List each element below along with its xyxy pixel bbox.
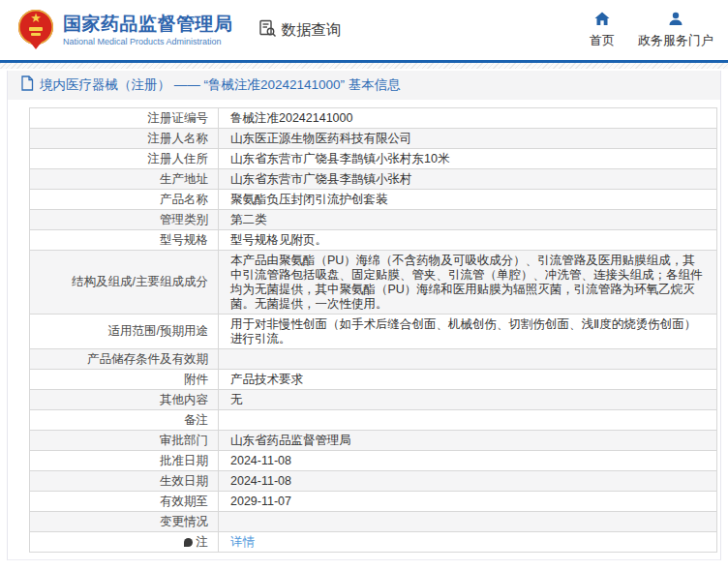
table-row: 审批部门 山东省药品监督管理局 <box>30 431 716 451</box>
row-value: 聚氨酯负压封闭引流护创套装 <box>219 190 716 209</box>
row-value: 用于对非慢性创面（如手术后缝合创面、机械创伤、切割伤创面、浅Ⅱ度的烧烫伤创面）进… <box>219 315 716 348</box>
table-row: 结构及组成/主要组成成分 本产品由聚氨酯（PU）海绵（不含药物及可吸收成分）、引… <box>30 251 716 315</box>
table-row: 备注 <box>30 410 716 431</box>
row-value: 无 <box>219 390 716 409</box>
detail-link[interactable]: 详情 <box>230 535 255 550</box>
user-icon <box>668 12 683 30</box>
table-row: 管理类别 第二类 <box>30 210 716 230</box>
row-label: 其他内容 <box>30 390 219 409</box>
home-icon <box>594 12 610 30</box>
org-title: 国家药品监督管理局 <box>63 13 233 36</box>
row-label: 注 <box>30 532 219 552</box>
row-label: 批准日期 <box>30 451 219 470</box>
breadcrumb-title: 境内医疗器械（注册） —— “鲁械注准20242141000” 基本信息 <box>40 76 401 94</box>
row-value: 山东省东营市广饶县李鹊镇小张村东10米 <box>219 149 716 168</box>
table-row: 生产地址 山东省东营市广饶县李鹊镇小张村 <box>30 169 716 190</box>
row-value: 详情 <box>219 532 716 552</box>
row-label: 注册证编号 <box>30 108 219 128</box>
table-row: 附件 产品技术要求 <box>30 370 716 390</box>
table-row: 有效期至 2029-11-07 <box>30 492 716 512</box>
row-value: 山东医正源生物医药科技有限公司 <box>219 129 716 148</box>
table-row-note: 注 详情 <box>30 532 716 552</box>
nav-portal-label: 政务服务门户 <box>638 32 713 49</box>
row-label: 产品名称 <box>30 190 219 209</box>
row-value: 产品技术要求 <box>219 370 716 389</box>
data-query-label: 数据查询 <box>282 20 342 41</box>
row-value <box>219 349 716 369</box>
table-row: 型号规格 型号规格见附页。 <box>30 230 716 251</box>
nav-home-label: 首页 <box>590 32 615 49</box>
row-label: 有效期至 <box>30 492 219 511</box>
breadcrumb-bar: 境内医疗器械（注册） —— “鲁械注准20242141000” 基本信息 <box>8 71 720 100</box>
org-subtitle: National Medical Products Administration <box>63 36 233 47</box>
nav-home[interactable]: 首页 <box>590 12 615 49</box>
registration-table: 注册证编号 鲁械注准20242141000 注册人名称 山东医正源生物医药科技有… <box>29 107 717 553</box>
header-nav: 首页 政务服务门户 <box>590 12 713 49</box>
row-label: 生产地址 <box>30 169 219 189</box>
national-emblem-logo: ★ <box>17 9 54 51</box>
row-label: 变更情况 <box>30 512 219 531</box>
row-label: 注册人名称 <box>30 129 219 148</box>
table-row: 变更情况 <box>30 512 716 532</box>
table-row: 注册证编号 鲁械注准20242141000 <box>30 108 716 129</box>
row-value: 2024-11-08 <box>219 471 716 491</box>
row-label: 管理类别 <box>30 210 219 229</box>
row-value: 第二类 <box>219 210 716 229</box>
row-value: 型号规格见附页。 <box>219 230 716 250</box>
table-row: 其他内容 无 <box>30 390 716 410</box>
row-label: 审批部门 <box>30 431 219 450</box>
row-value: 2024-11-08 <box>219 451 716 470</box>
row-value: 山东省东营市广饶县李鹊镇小张村 <box>219 169 716 189</box>
content-container: 境内医疗器械（注册） —— “鲁械注准20242141000” 基本信息 注册证… <box>7 71 721 560</box>
row-value: 鲁械注准20242141000 <box>219 108 716 128</box>
row-label: 适用范围/预期用途 <box>30 315 219 348</box>
data-query-button[interactable]: 数据查询 <box>258 19 342 42</box>
table-row: 注册人名称 山东医正源生物医药科技有限公司 <box>30 129 716 149</box>
row-value: 2029-11-07 <box>219 492 716 511</box>
row-label: 生效日期 <box>30 471 219 491</box>
table-row: 产品储存条件及有效期 <box>30 349 716 370</box>
document-icon <box>20 75 34 95</box>
nav-portal[interactable]: 政务服务门户 <box>638 12 713 49</box>
row-label: 结构及组成/主要组成成分 <box>30 251 219 314</box>
header-shadow-strip <box>0 63 728 69</box>
table-row: 产品名称 聚氨酯负压封闭引流护创套装 <box>30 190 716 210</box>
row-label: 型号规格 <box>30 230 219 250</box>
table-row: 适用范围/预期用途 用于对非慢性创面（如手术后缝合创面、机械创伤、切割伤创面、浅… <box>30 315 716 349</box>
doc-search-icon <box>258 19 277 42</box>
row-value <box>219 512 716 531</box>
row-value: 山东省药品监督管理局 <box>219 431 716 450</box>
note-icon <box>184 538 193 547</box>
row-label: 注册人住所 <box>30 149 219 168</box>
table-row: 批准日期 2024-11-08 <box>30 451 716 471</box>
row-label: 备注 <box>30 410 219 430</box>
table-row: 生效日期 2024-11-08 <box>30 471 716 492</box>
row-value <box>219 410 716 430</box>
org-title-block: 国家药品监督管理局 National Medical Products Admi… <box>63 13 233 47</box>
row-value: 本产品由聚氨酯（PU）海绵（不含药物及可吸收成分）、引流管路及医用贴膜组成，其中… <box>219 251 716 314</box>
note-label: 注 <box>197 535 209 550</box>
page-header: ★ 国家药品监督管理局 National Medical Products Ad… <box>0 0 728 60</box>
row-label: 产品储存条件及有效期 <box>30 349 219 369</box>
table-row: 注册人住所 山东省东营市广饶县李鹊镇小张村东10米 <box>30 149 716 169</box>
row-label: 附件 <box>30 370 219 389</box>
